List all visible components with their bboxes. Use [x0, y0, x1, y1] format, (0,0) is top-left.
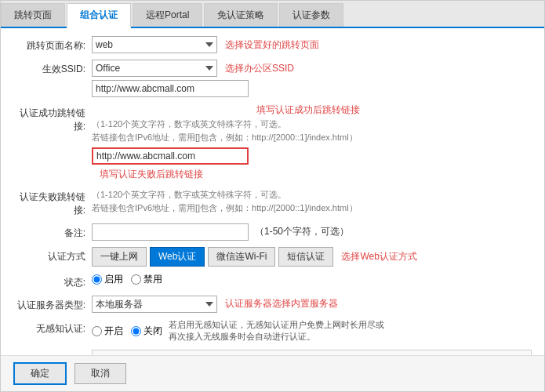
anon-on-radio[interactable] — [92, 326, 102, 336]
success-redirect-hint: 填写认证成功后跳转链接 — [256, 103, 360, 117]
auth-btn-wechat-wifi[interactable]: 微信连Wi-Fi — [208, 247, 275, 267]
status-enabled-label[interactable]: 启用 — [92, 273, 123, 286]
ssid-row: 生效SSID: Office 选择办公区SSID — [13, 60, 532, 97]
server-type-label: 认证服务器类型: — [13, 296, 92, 312]
status-disabled-radio[interactable] — [131, 274, 141, 285]
redirect-page-hint: 选择设置好的跳转页面 — [225, 38, 319, 52]
cancel-button[interactable]: 取消 — [74, 363, 126, 384]
anon-auth-label: 无感知认证: — [13, 319, 92, 336]
status-radio-group: 启用 禁用 — [92, 273, 162, 286]
server-type-hint: 认证服务器选择内置服务器 — [225, 297, 338, 310]
anon-off-radio[interactable] — [131, 326, 141, 336]
fail-redirect-sub1: （1-120个英文字符，数字或英文特殊字符，可选。 — [92, 189, 286, 201]
auth-method-row: 认证方式 一键上网 Web认证 微信连Wi-Fi 短信认证 选择Web认证方式 — [13, 247, 532, 267]
anon-off-label[interactable]: 关闭 — [131, 325, 162, 338]
auth-btn-sms-auth[interactable]: 短信认证 — [278, 247, 333, 267]
status-enabled-text: 启用 — [104, 273, 123, 286]
auth-method-hint: 选择Web认证方式 — [341, 250, 416, 263]
remark-input[interactable] — [92, 223, 249, 241]
anon-hint: 若启用无感知认证，无感知认证用户免费上网时长用尽或再次接入无线服务时会自动进行认… — [169, 319, 388, 343]
tab-auth-params[interactable]: 认证参数 — [279, 3, 343, 27]
status-enabled-radio[interactable] — [92, 274, 102, 285]
status-disabled-label[interactable]: 禁用 — [131, 273, 162, 286]
tab-bar: 跳转页面 组合认证 远程Portal 免认证策略 认证参数 — [1, 1, 544, 28]
ok-button[interactable]: 确定 — [13, 362, 67, 385]
auth-method-label: 认证方式 — [13, 247, 92, 263]
footer: 确定 取消 — [1, 355, 544, 391]
auth-btn-web-auth[interactable]: Web认证 — [150, 247, 205, 267]
fail-redirect-sub2: 若链接包含IPv6地址，需用[]包含，例如：http://[2000::1]/i… — [92, 202, 358, 214]
remark-hint: （1-50个字符，可选） — [255, 225, 349, 238]
anon-auth-row: 无感知认证: 开启 关闭 若启用无感知认证，无感知认证用户免费上网时长用尽或再次… — [13, 319, 532, 343]
tab-combo-auth[interactable]: 组合认证 — [67, 3, 131, 28]
redirect-page-label: 跳转页面名称: — [13, 36, 92, 53]
anon-off-text: 关闭 — [144, 325, 162, 338]
tab-remote-portal[interactable]: 远程Portal — [133, 3, 202, 27]
remark-label: 备注: — [13, 223, 92, 240]
ssid-hint: 选择办公区SSID — [225, 62, 294, 75]
tab-redirect[interactable]: 跳转页面 — [1, 3, 65, 27]
status-disabled-text: 禁用 — [144, 273, 162, 286]
main-window: 跳转页面 组合认证 远程Portal 免认证策略 认证参数 跳转页面名称: we… — [0, 0, 545, 392]
auth-buttons-group: 一键上网 Web认证 微信连Wi-Fi 短信认证 — [92, 247, 333, 267]
redirect-page-row: 跳转页面名称: web 选择设置好的跳转页面 — [13, 36, 532, 53]
success-redirect-sub2: 若链接包含IPv6地址，需用[]包含，例如：http://[2000::1]/i… — [92, 132, 358, 143]
tab-no-auth[interactable]: 免认证策略 — [204, 3, 278, 27]
fail-redirect-label: 认证失败跳转链接: — [13, 187, 92, 217]
auth-btn-one-click[interactable]: 一键上网 — [92, 247, 147, 267]
anon-on-label[interactable]: 开启 — [92, 325, 123, 338]
ssid-label: 生效SSID: — [13, 60, 92, 76]
status-row: 状态: 启用 禁用 — [13, 273, 532, 289]
server-type-select[interactable]: 本地服务器 — [92, 296, 217, 313]
success-redirect-row: 认证成功跳转链接: 填写认证成功后跳转链接 （1-120个英文字符，数字或英文特… — [13, 103, 532, 181]
anon-radio-group: 开启 关闭 — [92, 325, 162, 338]
fail-redirect-hint: 填写认证失败后跳转链接 — [100, 169, 203, 180]
ssid-url-input[interactable] — [92, 80, 249, 97]
anon-on-text: 开启 — [104, 325, 123, 338]
success-redirect-label: 认证成功跳转链接: — [13, 103, 92, 133]
remark-row: 备注: （1-50个字符，可选） — [13, 223, 532, 241]
success-redirect-input[interactable] — [92, 147, 249, 165]
redirect-page-control: web 选择设置好的跳转页面 — [92, 36, 532, 53]
note-block: 注意： 1. 如果配置了认证失败跳转链接，链接地址会自动加入免认证策略列表，不需… — [92, 350, 532, 355]
ssid-select[interactable]: Office — [92, 60, 217, 77]
form-content: 跳转页面名称: web 选择设置好的跳转页面 生效SSID: Office 选择… — [1, 28, 544, 355]
server-type-row: 认证服务器类型: 本地服务器 认证服务器选择内置服务器 — [13, 296, 532, 313]
fail-redirect-row: 认证失败跳转链接: （1-120个英文字符，数字或英文特殊字符，可选。 若链接包… — [13, 187, 532, 217]
redirect-page-select[interactable]: web — [92, 36, 217, 53]
success-redirect-sub1: （1-120个英文字符，数字或英文特殊字符，可选。 — [92, 118, 286, 130]
status-label: 状态: — [13, 273, 92, 289]
